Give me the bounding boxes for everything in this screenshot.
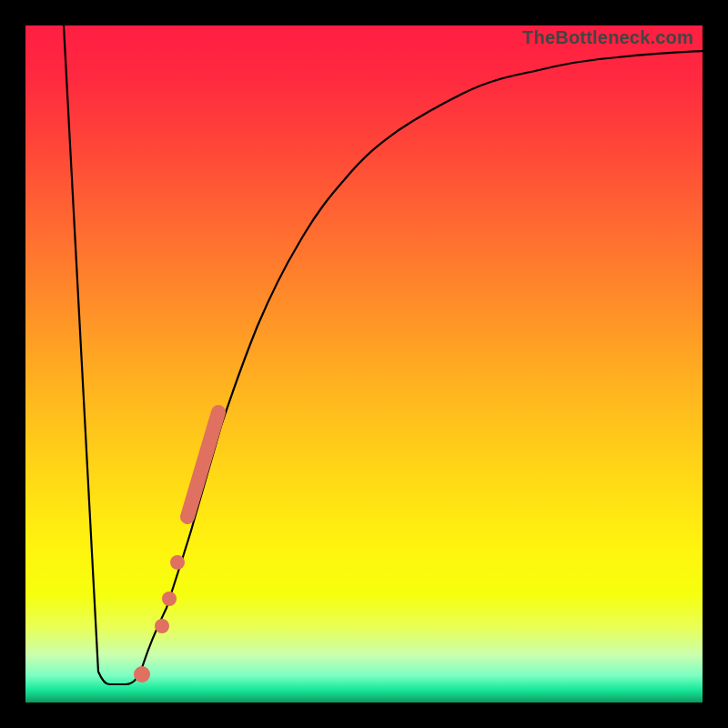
chart-frame: TheBottleneck.com [0,0,728,728]
highlight-dot [162,592,177,606]
chart-overlay [25,25,703,703]
highlight-dot [155,619,169,633]
chart-plot-area: TheBottleneck.com [25,25,703,703]
highlight-bar [187,412,218,517]
highlight-dot [134,666,150,682]
bottleneck-curve [64,25,703,684]
highlight-dot [170,555,185,570]
